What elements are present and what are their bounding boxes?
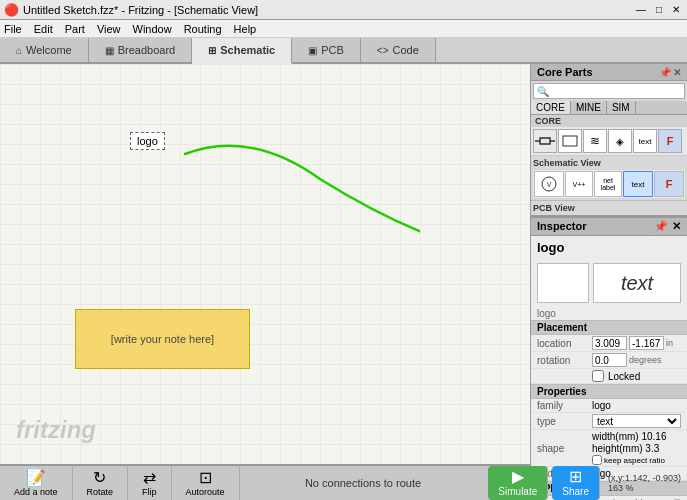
sv-vplus[interactable]: V++ [565,171,593,197]
shape-value: width(mm) 10.16 height(mm) 3.3 keep aspe… [592,431,681,465]
pcb-view-label: PCB View [533,203,685,213]
type-row: type text [531,413,687,430]
add-note-label: Add a note [14,487,58,497]
parts-tab-mine[interactable]: MINE [571,101,607,114]
inspector-panel: Inspector 📌 ✕ logo text logo Placement [531,216,687,500]
family-value-text: logo [592,400,611,411]
part-ic[interactable] [558,129,582,153]
parts-search-input[interactable] [533,83,685,99]
tab-pcb-label: PCB [321,44,344,56]
fritzing-watermark: fritzing [16,416,96,444]
parts-pin-icon[interactable]: 📌 [659,67,671,78]
minimize-button[interactable]: — [633,4,649,15]
menu-file[interactable]: File [4,23,22,35]
note-component[interactable]: [write your note here] [75,309,250,369]
part-resistor[interactable] [533,129,557,153]
location-y-input[interactable] [629,336,664,350]
parts-header-controls: 📌 ✕ [659,67,681,78]
preview-large-text: text [621,272,653,295]
location-x-input[interactable] [592,336,627,350]
rotate-button[interactable]: ↻ Rotate [73,466,129,500]
inspector-pin-icon[interactable]: 📌 [654,220,668,233]
zoom-text: 163 % [608,483,681,493]
autoroute-label: Autoroute [186,487,225,497]
logo-component[interactable]: logo [130,132,165,150]
schematic-icon: ⊞ [208,45,216,56]
menu-help[interactable]: Help [234,23,257,35]
tab-schematic-label: Schematic [220,44,275,56]
f-icon: F [667,135,674,147]
sv-flogo[interactable]: F [654,171,684,197]
menu-view[interactable]: View [97,23,121,35]
maximize-button[interactable]: □ [653,4,665,15]
location-unit: in [666,338,673,348]
pcb-icon: ▣ [308,45,317,56]
shape-width-text: width(mm) 10.16 [592,431,666,442]
menu-window[interactable]: Window [133,23,172,35]
tab-welcome-label: Welcome [26,44,72,56]
share-icon: ⊞ [569,469,582,485]
rotation-input[interactable] [592,353,627,367]
part-grid[interactable]: ≋ [583,129,607,153]
tab-breadboard-label: Breadboard [118,44,176,56]
menu-edit[interactable]: Edit [34,23,53,35]
sv-voltage[interactable]: V [534,171,564,197]
sv-text[interactable]: text [623,171,653,197]
inspector-preview: text [531,259,687,307]
tab-bar: ⌂ Welcome ▦ Breadboard ⊞ Schematic ▣ PCB… [0,38,687,64]
placement-header: Placement [531,320,687,335]
core-section-label: CORE [531,115,687,127]
simulate-button[interactable]: ▶ Simulate [488,466,548,500]
parts-title: Core Parts [537,66,593,78]
inspector-close-icon[interactable]: ✕ [672,220,681,233]
schematic-canvas[interactable]: logo [write your note here] fritzing [0,64,530,464]
menu-bar: File Edit Part View Window Routing Help [0,20,687,38]
part-f[interactable]: F [658,129,682,153]
tab-pcb[interactable]: ▣ PCB [292,38,361,62]
type-value: text [592,414,681,428]
share-button[interactable]: ⊞ Share [552,466,600,500]
tab-schematic[interactable]: ⊞ Schematic [192,38,292,64]
tab-code[interactable]: <> Code [361,38,436,62]
location-label: location [537,338,592,349]
parts-header: Core Parts 📌 ✕ [531,64,687,81]
menu-routing[interactable]: Routing [184,23,222,35]
window-controls: — □ ✕ [633,4,683,15]
parts-tab-core[interactable]: CORE [531,101,571,114]
inspector-logo-label: logo [531,307,687,320]
welcome-icon: ⌂ [16,45,22,56]
grid-icon: ≋ [590,134,600,148]
type-dropdown[interactable]: text [592,414,681,428]
schematic-view-icons: V V++ net label text [533,170,685,198]
locked-text: Locked [608,371,640,382]
locked-row: Locked [531,369,687,384]
coords-text: (x,y:1.142, -0.903) [608,473,681,483]
sv-netlabel[interactable]: net label [594,171,622,197]
tab-welcome[interactable]: ⌂ Welcome [0,38,89,62]
flip-button[interactable]: ⇄ Flip [128,466,172,500]
family-label: family [537,400,592,411]
family-value: logo [592,400,681,411]
title-bar: 🔴 Untitled Sketch.fzz* - Fritzing - [Sch… [0,0,687,20]
add-note-button[interactable]: 📝 Add a note [0,466,73,500]
rotate-icon: ↻ [93,470,106,486]
close-button[interactable]: ✕ [669,4,683,15]
shape-row: shape width(mm) 10.16 height(mm) 3.3 kee… [531,430,687,467]
complex-icon: ◈ [616,136,624,147]
locked-checkbox[interactable] [592,370,604,382]
family-row: family logo [531,399,687,413]
parts-tab-sim[interactable]: SIM [607,101,636,114]
autoroute-button[interactable]: ⊡ Autoroute [172,466,240,500]
share-label: Share [562,486,589,497]
part-complex[interactable]: ◈ [608,129,632,153]
location-row: location in [531,335,687,352]
right-panel: Core Parts 📌 ✕ CORE MINE SIM CORE [530,64,687,464]
resistor-icon [535,133,555,149]
tab-breadboard[interactable]: ▦ Breadboard [89,38,193,62]
sv-text-icon: text [632,180,645,189]
aspect-ratio-checkbox[interactable] [592,455,602,465]
text-mine-icon: text [639,137,652,146]
parts-close-icon[interactable]: ✕ [673,67,681,78]
menu-part[interactable]: Part [65,23,85,35]
part-text-mine[interactable]: text [633,129,657,153]
